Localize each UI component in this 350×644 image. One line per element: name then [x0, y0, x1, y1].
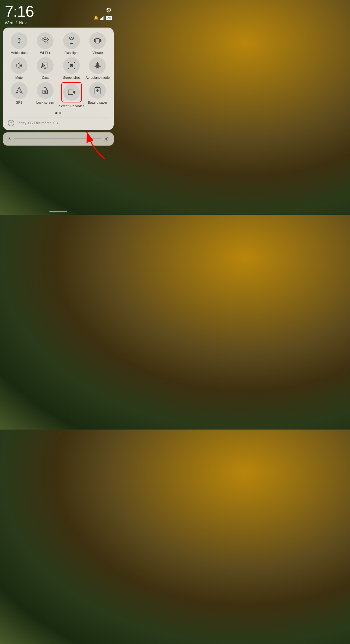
quick-item-mute[interactable]: Mute: [7, 57, 32, 80]
vibrate-icon: [89, 32, 106, 49]
alarm-icon: 🔔: [94, 16, 98, 20]
svg-rect-32: [96, 87, 99, 87]
dot-1: [55, 112, 57, 114]
wifi-icon: [37, 32, 54, 49]
svg-marker-6: [47, 42, 48, 43]
quick-item-flashlight[interactable]: Flashlight: [59, 32, 84, 55]
battery-indicator: 70: [106, 16, 112, 20]
screenshot-icon: [63, 57, 80, 74]
svg-line-12: [73, 38, 74, 39]
quick-item-gps[interactable]: GPS: [7, 82, 32, 108]
brightness-high-icon: ☀: [104, 135, 109, 143]
data-usage: ? Today: 0B This month: 0B: [7, 120, 110, 126]
svg-rect-7: [70, 40, 73, 43]
svg-rect-14: [96, 38, 99, 43]
svg-rect-30: [68, 90, 73, 95]
quick-item-mobile-data[interactable]: Mobile data: [7, 32, 32, 55]
battery-saver-icon: [89, 82, 106, 99]
dot-2: [59, 112, 61, 114]
quick-item-vibrate[interactable]: Vibrate: [85, 32, 110, 55]
clock: 7:16: [5, 4, 34, 19]
cast-icon: [37, 57, 54, 74]
cast-label: Cast: [42, 76, 49, 80]
mute-icon: [11, 57, 28, 74]
screen-recorder-label: Screen Recorder: [59, 104, 84, 108]
brightness-slider[interactable]: [14, 138, 101, 139]
screen-recorder-icon: [63, 84, 80, 101]
pagination-dots: [7, 112, 110, 114]
flashlight-label: Flashlight: [64, 51, 78, 55]
status-right: ⚙ 🔔 70: [94, 4, 112, 20]
aeroplane-icon: [89, 57, 106, 74]
flashlight-icon: [63, 32, 80, 49]
vibrate-label: Vibrate: [92, 51, 103, 55]
quick-item-battery-saver[interactable]: Battery saver: [85, 82, 110, 108]
quick-item-screenshot[interactable]: Screenshot: [59, 57, 84, 80]
aeroplane-label: Aeroplane mode: [86, 76, 110, 80]
screenshot-label: Screenshot: [63, 76, 80, 80]
time-date-group: 7:16 Wed, 1 Nov: [5, 4, 34, 25]
date: Wed, 1 Nov: [5, 20, 34, 25]
brightness-panel: ☀ ☀: [3, 132, 114, 146]
svg-rect-19: [42, 63, 48, 67]
quick-settings-panel: Mobile data Wi-Fi ▾: [3, 28, 114, 130]
lock-screen-icon: [37, 82, 54, 99]
quick-item-lock-screen[interactable]: Lock screen: [33, 82, 58, 108]
battery-saver-label: Battery saver: [88, 101, 107, 105]
svg-point-5: [45, 43, 46, 43]
svg-line-10: [73, 37, 74, 38]
gps-icon: [11, 82, 28, 99]
data-usage-text: Today: 0B This month: 0B: [17, 121, 58, 125]
svg-rect-27: [43, 90, 48, 94]
home-indicator[interactable]: [49, 211, 67, 212]
quick-settings-grid: Mobile data Wi-Fi ▾: [7, 32, 110, 108]
quick-item-wifi[interactable]: Wi-Fi ▾: [33, 32, 58, 55]
svg-marker-26: [16, 87, 22, 93]
svg-line-11: [69, 38, 70, 39]
lock-screen-label: Lock screen: [36, 101, 54, 105]
mute-label: Mute: [16, 76, 23, 80]
gps-label: GPS: [16, 101, 22, 105]
signal-icon: [100, 16, 104, 20]
wifi-label: Wi-Fi ▾: [40, 51, 51, 55]
quick-item-screen-recorder[interactable]: Screen Recorder: [59, 82, 84, 108]
mobile-data-icon: [11, 32, 28, 49]
status-bar: 7:16 Wed, 1 Nov ⚙ 🔔 70: [0, 0, 117, 25]
settings-icon[interactable]: ⚙: [106, 7, 112, 14]
quick-item-cast[interactable]: Cast: [33, 57, 58, 80]
screen-recorder-highlight: [61, 82, 82, 102]
svg-point-28: [45, 91, 46, 93]
svg-line-9: [69, 37, 70, 38]
brightness-low-icon: ☀: [8, 137, 11, 141]
data-usage-question-icon: ?: [8, 120, 14, 126]
mobile-data-label: Mobile data: [10, 51, 28, 55]
status-icons: 🔔 70: [94, 16, 112, 20]
divider: [7, 117, 110, 117]
quick-item-aeroplane[interactable]: Aeroplane mode: [85, 57, 110, 80]
